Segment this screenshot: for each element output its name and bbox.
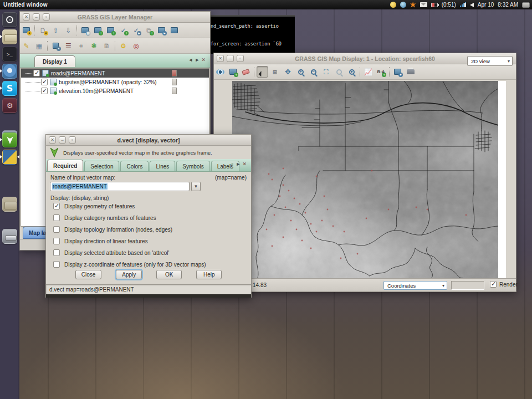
add-multiple-layers-icon[interactable]: ▦: [79, 24, 91, 36]
print-icon[interactable]: [405, 66, 416, 78]
zoom-options-icon[interactable]: ▾: [346, 66, 357, 78]
layer-row-button[interactable]: [172, 70, 177, 76]
zoom-last-icon[interactable]: [333, 66, 345, 78]
tab-prev-icon[interactable]: ◄: [188, 57, 195, 63]
notification-star-icon[interactable]: [410, 2, 416, 8]
script-icon[interactable]: 🗎: [101, 40, 112, 52]
battery-icon[interactable]: [431, 3, 438, 7]
close-icon[interactable]: ✕: [23, 13, 30, 21]
render-checkbox[interactable]: [490, 281, 497, 288]
pointer-icon[interactable]: [257, 66, 268, 78]
tab-lines[interactable]: Lines: [150, 161, 175, 171]
edit-vector-icon[interactable]: ✎: [21, 40, 32, 52]
statusbar-mode-select[interactable]: Coordinates ▾: [383, 281, 447, 290]
add-vector-misc-icon[interactable]: ✓▸: [130, 24, 142, 36]
python-launcher[interactable]: [2, 150, 17, 165]
georectifier-icon[interactable]: ⌗: [75, 40, 87, 52]
dvect-titlebar[interactable]: d.vect [display, vector] ✕ ‒ ▫: [46, 135, 251, 146]
chromium-launcher[interactable]: [2, 64, 17, 79]
layer-row-elevation[interactable]: elevation.10m@PERMANENT: [21, 86, 209, 95]
ok-button[interactable]: OK: [156, 270, 182, 279]
add-raster-misc-icon[interactable]: ＋: [105, 24, 116, 36]
panel-time[interactable]: 8:32 AM: [498, 2, 518, 8]
dash-home-button[interactable]: [2, 12, 17, 27]
maximize-icon[interactable]: ▫: [43, 13, 50, 21]
checkbox-direction[interactable]: [53, 238, 60, 244]
zoom-out-icon[interactable]: −: [308, 66, 319, 78]
volume-icon[interactable]: [470, 3, 474, 7]
open-workspace-icon[interactable]: 🗋★: [37, 24, 49, 36]
map-input-combo[interactable]: roads@PERMANENT: [50, 182, 190, 191]
save-display-icon[interactable]: ▾: [392, 66, 403, 78]
zoom-extent-icon[interactable]: ⛶: [320, 66, 332, 78]
close-button[interactable]: Close: [75, 270, 102, 279]
disk-utility-launcher[interactable]: [2, 229, 17, 244]
checkbox-attribute[interactable]: [53, 249, 60, 256]
minimize-icon[interactable]: ‒: [33, 13, 40, 21]
close-icon[interactable]: ✕: [49, 136, 56, 144]
graphical-modeler-icon[interactable]: ❃: [88, 40, 100, 52]
tab-prev-icon[interactable]: ◄: [229, 161, 236, 167]
maximize-icon[interactable]: ▫: [237, 55, 244, 62]
tab-close-icon[interactable]: ✕: [242, 161, 248, 167]
add-text-icon[interactable]: B:A＋: [375, 66, 387, 78]
layer-row-roads[interactable]: roads@PERMANENT: [21, 69, 209, 78]
layer-checkbox[interactable]: [33, 70, 40, 76]
save-workspace-icon[interactable]: ⇩: [63, 24, 74, 36]
erase-icon[interactable]: [240, 66, 252, 78]
display-map-icon[interactable]: [214, 66, 226, 78]
tab-next-icon[interactable]: ►: [195, 57, 202, 63]
folder-launcher[interactable]: [2, 197, 17, 212]
tab-selection[interactable]: Selection: [84, 161, 119, 171]
terminal-launcher[interactable]: >_: [2, 47, 17, 62]
layer-row-button[interactable]: [172, 88, 177, 94]
tab-symbols[interactable]: Symbols: [176, 161, 209, 171]
layer-checkbox[interactable]: [41, 79, 48, 85]
add-group-icon[interactable]: ⧉＋: [143, 24, 155, 36]
raster-calculator-icon[interactable]: ▪: [50, 40, 62, 52]
tab-required[interactable]: Required: [47, 160, 83, 171]
zoom-in-icon[interactable]: +: [295, 66, 306, 78]
add-map-layer-icon[interactable]: ＋: [227, 66, 239, 78]
close-icon[interactable]: ✕: [217, 55, 224, 62]
tab-colors[interactable]: Colors: [120, 161, 149, 171]
new-workspace-icon[interactable]: ★: [21, 24, 32, 36]
settings-gear-icon[interactable]: ⚙: [117, 40, 129, 52]
tab-next-icon[interactable]: ►: [236, 161, 243, 167]
add-overlay-icon[interactable]: ▸: [156, 24, 167, 36]
clock-icon[interactable]: [390, 2, 396, 8]
network-icon[interactable]: [400, 2, 406, 8]
files-launcher[interactable]: [2, 29, 17, 44]
query-icon[interactable]: 🗉: [269, 66, 281, 78]
pan-icon[interactable]: ✥: [282, 66, 294, 78]
skype-launcher[interactable]: S: [2, 81, 17, 96]
load-map-icon[interactable]: ⇧: [50, 24, 62, 36]
help-button[interactable]: Help: [196, 270, 222, 279]
tab-display-1[interactable]: Display 1: [34, 55, 75, 67]
map-canvas[interactable]: [232, 81, 506, 279]
combo-dropdown-icon[interactable]: ▾: [191, 182, 201, 191]
tab-close-icon[interactable]: ✕: [201, 57, 207, 63]
checkbox-category[interactable]: [53, 214, 60, 221]
layer-manager-titlebar[interactable]: GRASS GIS Layer Manager ✕ ‒ ▫: [20, 12, 210, 23]
panel-date[interactable]: Apr 10: [478, 2, 494, 8]
view-mode-select[interactable]: 2D view ▾: [467, 56, 513, 66]
remove-layer-icon[interactable]: [168, 24, 180, 36]
help-icon[interactable]: ◎: [130, 40, 142, 52]
attribute-table-icon[interactable]: ▦: [33, 40, 45, 52]
layer-row-bugsites[interactable]: bugsites@PERMANENT (opacity: 32%): [21, 78, 209, 86]
minimize-icon[interactable]: ‒: [227, 55, 234, 62]
add-vector-layer-icon[interactable]: ✓＋: [117, 24, 129, 36]
apply-button[interactable]: Apply: [116, 270, 142, 279]
session-icon[interactable]: [522, 2, 530, 8]
layer-row-button[interactable]: [172, 79, 177, 85]
modeler-icon[interactable]: ☰: [63, 40, 74, 52]
analyze-icon[interactable]: 📈: [362, 66, 374, 78]
grass-gis-launcher[interactable]: [2, 132, 17, 147]
add-raster-layer-icon[interactable]: ＋: [92, 24, 104, 36]
system-tool-launcher[interactable]: ⚙: [2, 98, 17, 113]
mail-icon[interactable]: [420, 2, 427, 7]
maximize-icon[interactable]: ▫: [69, 136, 76, 144]
checkbox-zcoord[interactable]: [53, 261, 60, 268]
terminal-window[interactable]: nd_search_path: assertio for_screen: ass…: [211, 15, 295, 54]
